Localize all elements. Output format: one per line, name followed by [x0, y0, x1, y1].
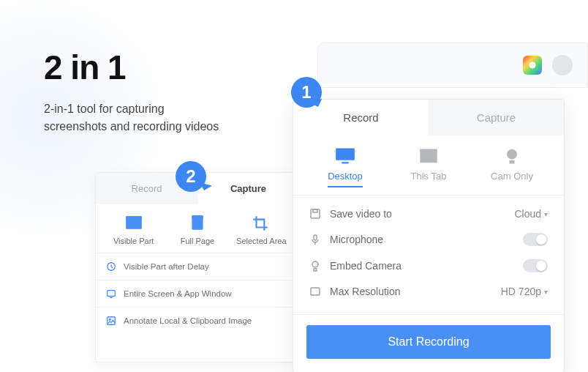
mode-desktop-label: Desktop	[328, 171, 363, 187]
setting-save-to-label: Save video to	[330, 208, 514, 220]
hero: 2 in 1 2-in-1 tool for capturing screens…	[44, 48, 219, 135]
capture-full-page[interactable]: Full Page	[168, 215, 227, 245]
svg-rect-10	[311, 288, 320, 295]
setting-save-to-value: Cloud▾	[514, 208, 548, 220]
settings-list: Save video to Cloud▾ Microphone Embed Ca…	[293, 195, 564, 315]
image-icon	[106, 316, 116, 326]
microphone-icon	[309, 234, 321, 245]
setting-max-resolution-label: Max Resolution	[330, 286, 501, 297]
capture-visible-part[interactable]: Visible Part	[105, 215, 163, 245]
svg-rect-16	[108, 291, 116, 297]
browser-toolbar	[317, 42, 588, 88]
record-panel: Record Capture Desktop This Tab Cam Only…	[293, 99, 565, 372]
svg-rect-14	[192, 215, 203, 218]
camera-small-icon	[309, 260, 321, 272]
mode-this-tab[interactable]: This Tab	[396, 147, 461, 187]
crop-icon	[252, 215, 271, 231]
capture-entire-screen-label: Entire Screen & App Window	[124, 289, 232, 298]
svg-point-18	[109, 319, 110, 320]
svg-rect-6	[311, 209, 320, 218]
capture-selected-area[interactable]: Selected Area	[232, 215, 290, 245]
svg-rect-7	[313, 209, 317, 212]
camera-icon	[502, 147, 522, 165]
mode-this-tab-label: This Tab	[411, 171, 447, 182]
capture-list: Visible Part after Delay Entire Screen &…	[96, 253, 299, 334]
capture-entire-screen[interactable]: Entire Screen & App Window	[96, 280, 299, 307]
capture-visible-delay[interactable]: Visible Part after Delay	[96, 253, 299, 280]
start-recording-button[interactable]: Start Recording	[306, 325, 551, 359]
hero-subtitle-line1: 2-in-1 tool for capturing	[44, 100, 219, 118]
capture-visible-part-label: Visible Part	[113, 237, 154, 245]
capture-full-page-label: Full Page	[181, 237, 214, 245]
screen-icon	[106, 289, 116, 299]
capture-selected-area-label: Selected Area	[236, 237, 287, 245]
window-icon	[124, 215, 143, 231]
chevron-down-icon: ▾	[544, 210, 548, 218]
svg-rect-5	[510, 160, 515, 164]
capture-annotate-label: Annotate Local & Clipboard Image	[124, 316, 252, 325]
setting-embed-camera-label: Embed Camera	[330, 260, 523, 272]
setting-save-to[interactable]: Save video to Cloud▾	[309, 201, 548, 226]
mode-row: Desktop This Tab Cam Only	[293, 135, 564, 195]
page-icon	[188, 215, 207, 231]
mode-cam-only[interactable]: Cam Only	[479, 147, 545, 187]
avatar-placeholder	[552, 55, 573, 75]
tab-icon	[418, 147, 439, 165]
capture-annotate[interactable]: Annotate Local & Clipboard Image	[96, 307, 299, 334]
capture-visible-delay-label: Visible Part after Delay	[124, 262, 209, 271]
hero-subtitle-line2: screenshots and recording videos	[44, 118, 219, 135]
setting-microphone[interactable]: Microphone	[309, 226, 548, 253]
record-panel-tabs: Record Capture	[293, 100, 564, 135]
desktop-icon	[335, 147, 355, 165]
embed-camera-toggle[interactable]	[523, 259, 548, 272]
clock-icon	[106, 261, 116, 272]
callout-badge-2: 2	[176, 161, 206, 192]
save-icon	[309, 208, 321, 220]
capture-panel: Record Capture Visible Part Full Page Se…	[95, 172, 300, 362]
setting-max-resolution[interactable]: Max Resolution HD 720p▾	[309, 279, 548, 304]
mode-cam-only-label: Cam Only	[491, 171, 533, 182]
microphone-toggle[interactable]	[523, 233, 548, 246]
tab2-capture[interactable]: Capture	[197, 173, 299, 204]
hero-title: 2 in 1	[44, 48, 219, 87]
tab-capture[interactable]: Capture	[429, 100, 564, 135]
extension-icon[interactable]	[523, 56, 542, 75]
setting-max-resolution-value: HD 720p▾	[501, 286, 548, 297]
svg-rect-0	[336, 149, 355, 160]
svg-point-9	[312, 261, 318, 267]
hero-subtitle: 2-in-1 tool for capturing screenshots an…	[44, 100, 219, 135]
svg-point-4	[507, 149, 517, 160]
setting-microphone-label: Microphone	[330, 234, 523, 245]
capture-quick-row: Visible Part Full Page Selected Area	[96, 204, 299, 253]
svg-rect-1	[342, 162, 348, 163]
hd-icon	[309, 286, 321, 297]
callout-badge-1: 1	[291, 77, 322, 108]
chevron-down-icon: ▾	[544, 288, 548, 296]
svg-rect-8	[314, 235, 317, 240]
svg-rect-12	[126, 216, 142, 220]
setting-embed-camera[interactable]: Embed Camera	[309, 253, 548, 279]
svg-rect-3	[420, 149, 437, 153]
mode-desktop[interactable]: Desktop	[312, 147, 378, 187]
